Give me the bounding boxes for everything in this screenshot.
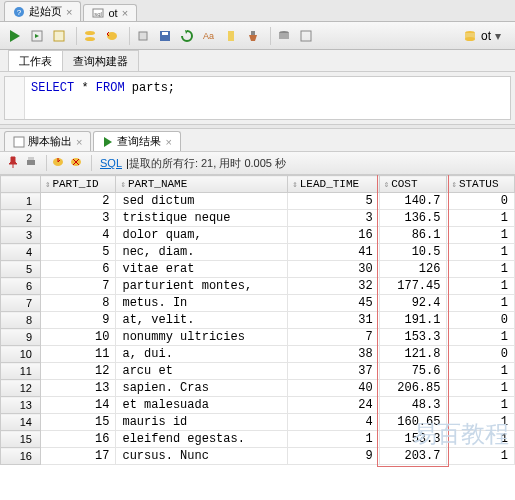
cell-cost[interactable]: 92.4 <box>379 295 447 312</box>
cell-part-name[interactable]: parturient montes, <box>116 278 288 295</box>
table-row[interactable]: 45nec, diam.4110.51 <box>1 244 515 261</box>
cell-part-id[interactable]: 10 <box>41 329 116 346</box>
table-row[interactable]: 1617cursus. Nunc9203.71 <box>1 448 515 465</box>
cell-cost[interactable]: 48.3 <box>379 397 447 414</box>
table-row[interactable]: 1516eleifend egestas.1153.31 <box>1 431 515 448</box>
cell-part-id[interactable]: 16 <box>41 431 116 448</box>
cell-part-id[interactable]: 4 <box>41 227 116 244</box>
cell-lead-time[interactable]: 5 <box>288 193 379 210</box>
tab-ot[interactable]: sql ot × <box>83 4 137 21</box>
cell-lead-time[interactable]: 16 <box>288 227 379 244</box>
close-icon[interactable]: × <box>165 136 171 148</box>
refresh-button[interactable] <box>178 27 196 45</box>
table-row[interactable]: 1213sapien. Cras40206.851 <box>1 380 515 397</box>
col-lead-time[interactable]: ⇕LEAD_TIME <box>288 176 379 193</box>
tab-query-builder[interactable]: 查询构建器 <box>62 50 139 71</box>
cell-part-id[interactable]: 2 <box>41 193 116 210</box>
table-row[interactable]: 89at, velit.31191.10 <box>1 312 515 329</box>
tab-start-page[interactable]: ? 起始页 × <box>4 1 81 21</box>
cell-cost[interactable]: 86.1 <box>379 227 447 244</box>
save-button[interactable] <box>156 27 174 45</box>
col-status[interactable]: ⇕STATUS <box>447 176 515 193</box>
cell-cost[interactable]: 206.85 <box>379 380 447 397</box>
table-row[interactable]: 1415mauris id4160.651 <box>1 414 515 431</box>
cell-cost[interactable]: 121.8 <box>379 346 447 363</box>
cell-status[interactable]: 1 <box>447 329 515 346</box>
cell-lead-time[interactable]: 32 <box>288 278 379 295</box>
cell-lead-time[interactable]: 3 <box>288 210 379 227</box>
cell-part-name[interactable]: eleifend egestas. <box>116 431 288 448</box>
cell-status[interactable]: 1 <box>447 227 515 244</box>
tab-query-result[interactable]: 查询结果 × <box>93 131 180 151</box>
table-row[interactable]: 910nonummy ultricies7153.31 <box>1 329 515 346</box>
sql-link[interactable]: SQL <box>100 157 122 169</box>
cell-status[interactable]: 1 <box>447 210 515 227</box>
cell-part-id[interactable]: 11 <box>41 346 116 363</box>
table-row[interactable]: 78metus. In4592.41 <box>1 295 515 312</box>
table-row[interactable]: 1314et malesuada2448.31 <box>1 397 515 414</box>
cell-part-id[interactable]: 3 <box>41 210 116 227</box>
cell-lead-time[interactable]: 1 <box>288 431 379 448</box>
cell-lead-time[interactable]: 24 <box>288 397 379 414</box>
cell-status[interactable]: 1 <box>447 414 515 431</box>
cell-status[interactable]: 1 <box>447 244 515 261</box>
table-row[interactable]: 67parturient montes,32177.451 <box>1 278 515 295</box>
cell-part-id[interactable]: 12 <box>41 363 116 380</box>
cell-part-name[interactable]: arcu et <box>116 363 288 380</box>
table-row[interactable]: 1011a, dui.38121.80 <box>1 346 515 363</box>
cell-cost[interactable]: 160.65 <box>379 414 447 431</box>
cell-cost[interactable]: 153.3 <box>379 329 447 346</box>
cell-status[interactable]: 1 <box>447 295 515 312</box>
cell-part-name[interactable]: sapien. Cras <box>116 380 288 397</box>
cell-part-id[interactable]: 17 <box>41 448 116 465</box>
commit-button[interactable] <box>81 27 99 45</box>
cell-lead-time[interactable]: 37 <box>288 363 379 380</box>
cell-part-name[interactable]: nonummy ultricies <box>116 329 288 346</box>
table-row[interactable]: 23tristique neque3136.51 <box>1 210 515 227</box>
cell-part-id[interactable]: 6 <box>41 261 116 278</box>
db-button[interactable] <box>275 27 293 45</box>
col-part-name[interactable]: ⇕PART_NAME <box>116 176 288 193</box>
cell-status[interactable]: 0 <box>447 346 515 363</box>
cell-cost[interactable]: 140.7 <box>379 193 447 210</box>
pin-button[interactable] <box>6 155 20 171</box>
sql-editor[interactable]: SELECT * FROM parts; <box>4 76 511 120</box>
cell-part-id[interactable]: 7 <box>41 278 116 295</box>
cell-part-id[interactable]: 14 <box>41 397 116 414</box>
cell-cost[interactable]: 10.5 <box>379 244 447 261</box>
connection-selector[interactable]: ot ▾ <box>463 29 501 43</box>
run-button[interactable] <box>6 27 24 45</box>
cell-lead-time[interactable]: 45 <box>288 295 379 312</box>
cell-part-name[interactable]: a, dui. <box>116 346 288 363</box>
cell-lead-time[interactable]: 31 <box>288 312 379 329</box>
cell-part-id[interactable]: 15 <box>41 414 116 431</box>
cell-cost[interactable]: 191.1 <box>379 312 447 329</box>
cell-part-id[interactable]: 9 <box>41 312 116 329</box>
cell-lead-time[interactable]: 4 <box>288 414 379 431</box>
table-row[interactable]: 56vitae erat301261 <box>1 261 515 278</box>
cell-status[interactable]: 1 <box>447 448 515 465</box>
close-icon[interactable]: × <box>66 6 72 18</box>
table-row[interactable]: 1112arcu et3775.61 <box>1 363 515 380</box>
cell-part-name[interactable]: at, velit. <box>116 312 288 329</box>
cell-part-name[interactable]: cursus. Nunc <box>116 448 288 465</box>
cell-lead-time[interactable]: 38 <box>288 346 379 363</box>
close-icon[interactable]: × <box>76 136 82 148</box>
explain-button[interactable] <box>50 27 68 45</box>
cell-part-id[interactable]: 5 <box>41 244 116 261</box>
cell-cost[interactable]: 203.7 <box>379 448 447 465</box>
cell-part-name[interactable]: vitae erat <box>116 261 288 278</box>
cell-status[interactable]: 1 <box>447 397 515 414</box>
cell-part-name[interactable]: metus. In <box>116 295 288 312</box>
cell-part-name[interactable]: tristique neque <box>116 210 288 227</box>
table-row[interactable]: 12sed dictum5140.70 <box>1 193 515 210</box>
cell-status[interactable]: 1 <box>447 261 515 278</box>
col-part-id[interactable]: ⇕PART_ID <box>41 176 116 193</box>
clear-button[interactable] <box>244 27 262 45</box>
tab-script-output[interactable]: 脚本输出 × <box>4 131 91 151</box>
cell-status[interactable]: 1 <box>447 363 515 380</box>
print-button[interactable] <box>24 155 38 171</box>
tab-worksheet[interactable]: 工作表 <box>8 50 63 71</box>
bookmark-button[interactable] <box>222 27 240 45</box>
table-row[interactable]: 34dolor quam,1686.11 <box>1 227 515 244</box>
